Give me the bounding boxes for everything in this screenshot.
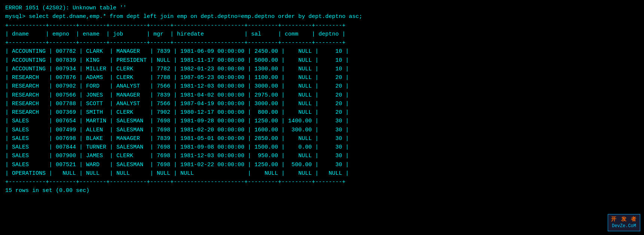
terminal-line: | ACCOUNTING | 007782 | CLARK | MANAGER … [5,47,639,56]
terminal-line: | SALES | 007521 | WARD | SALESMAN | 769… [5,161,639,169]
terminal-line: ERROR 1051 (42S02): Unknown table '' [5,4,639,12]
terminal-line: | SALES | 007900 | JAMES | CLERK | 7698 … [5,152,639,160]
watermark: 开 发 者 DevZe.CoM [608,214,640,231]
terminal-line: | ACCOUNTING | 007934 | MILLER | CLERK |… [5,65,639,73]
terminal-line: | SALES | 007654 | MARTIN | SALESMAN | 7… [5,117,639,125]
terminal-line: 15 rows in set (0.00 sec) [5,186,639,195]
terminal-line: | RESEARCH | 007876 | ADAMS | CLERK | 77… [5,73,639,82]
terminal-line: | SALES | 007698 | BLAKE | MANAGER | 783… [5,134,639,143]
watermark-bottom: DevZe.CoM [611,223,637,229]
terminal-line: | SALES | 007499 | ALLEN | SALESMAN | 76… [5,126,639,134]
terminal-line: +-----------+--------+--------+---------… [5,21,639,30]
terminal-line: | RESEARCH | 007902 | FORD | ANALYST | 7… [5,82,639,91]
watermark-top: 开 发 者 [611,216,637,223]
terminal-line: | SALES | 007844 | TURNER | SALESMAN | 7… [5,143,639,152]
terminal-line: | OPERATIONS | NULL | NULL | NULL | NULL… [5,169,639,178]
terminal-line: | RESEARCH | 007788 | SCOTT | ANALYST | … [5,100,639,108]
terminal-line: | ACCOUNTING | 007839 | KING | PRESIDENT… [5,56,639,65]
terminal-line: | RESEARCH | 007369 | SMITH | CLERK | 79… [5,108,639,117]
terminal-output: ERROR 1051 (42S02): Unknown table ''mysq… [5,4,639,195]
terminal-line: | RESEARCH | 007566 | JONES | MANAGER | … [5,91,639,100]
terminal-line: +-----------+--------+--------+---------… [5,178,639,186]
terminal-line: +-----------+--------+--------+---------… [5,39,639,47]
terminal-line: mysql> select dept.dname,emp.* from dept… [5,12,639,21]
terminal-line: | dname | empno | ename | job | mgr | hi… [5,30,639,39]
